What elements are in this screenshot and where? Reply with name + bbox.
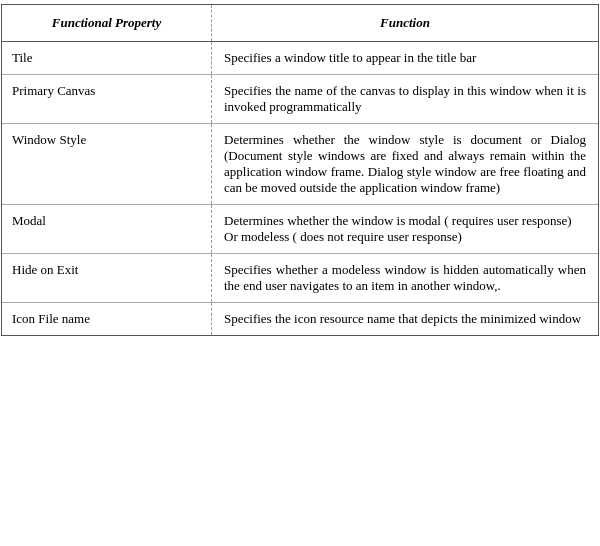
table-header-row: Functional Property Function — [2, 5, 598, 42]
cell-property: Primary Canvas — [2, 75, 212, 123]
cell-function: Determines whether the window style is d… — [212, 124, 598, 204]
cell-function: Specifies a window title to appear in th… — [212, 42, 598, 74]
table-row: Icon File nameSpecifies the icon resourc… — [2, 303, 598, 335]
cell-function: Specifies the icon resource name that de… — [212, 303, 598, 335]
table-row: Hide on ExitSpecifies whether a modeless… — [2, 254, 598, 303]
cell-function: Determines whether the window is modal (… — [212, 205, 598, 253]
cell-property: Hide on Exit — [2, 254, 212, 302]
table-row: Primary CanvasSpecifies the name of the … — [2, 75, 598, 124]
cell-function: Specifies whether a modeless window is h… — [212, 254, 598, 302]
cell-property: Window Style — [2, 124, 212, 204]
table-body: TileSpecifies a window title to appear i… — [2, 42, 598, 335]
properties-table: Functional Property Function TileSpecifi… — [1, 4, 599, 336]
header-function: Function — [212, 5, 598, 41]
cell-property: Tile — [2, 42, 212, 74]
cell-property: Icon File name — [2, 303, 212, 335]
table-row: ModalDetermines whether the window is mo… — [2, 205, 598, 254]
table-row: TileSpecifies a window title to appear i… — [2, 42, 598, 75]
header-property: Functional Property — [2, 5, 212, 41]
cell-property: Modal — [2, 205, 212, 253]
cell-function: Specifies the name of the canvas to disp… — [212, 75, 598, 123]
table-row: Window StyleDetermines whether the windo… — [2, 124, 598, 205]
